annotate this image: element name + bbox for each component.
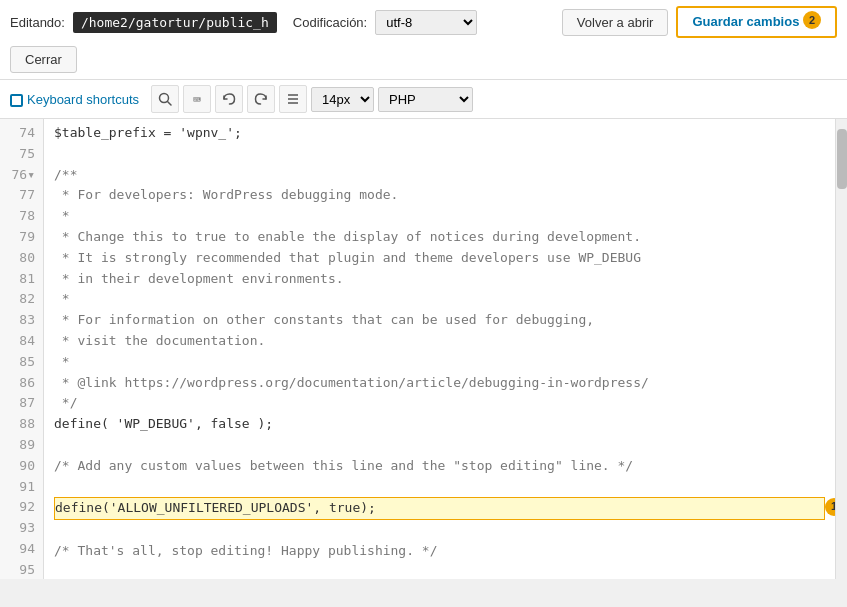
code-line bbox=[54, 562, 825, 579]
line-number: 75 bbox=[8, 144, 35, 165]
line-number: 78 bbox=[8, 206, 35, 227]
code-line: /* Add any custom values between this li… bbox=[54, 456, 825, 477]
code-line: * in their development environments. bbox=[54, 269, 825, 290]
code-line: * It is strongly recommended that plugin… bbox=[54, 248, 825, 269]
undo-icon bbox=[222, 92, 236, 106]
top-bar: Editando: /home2/gatortur/public_h Codif… bbox=[0, 0, 847, 80]
save-badge: 2 bbox=[803, 11, 821, 29]
code-line: */ bbox=[54, 393, 825, 414]
search-icon bbox=[158, 92, 172, 106]
font-size-select[interactable]: 14px 12px 16px 18px bbox=[311, 87, 374, 112]
code-line: * bbox=[54, 206, 825, 227]
encoding-select[interactable]: utf-8 ISO-8859-1 UTF-16 bbox=[375, 10, 477, 35]
indent-icon bbox=[286, 92, 300, 106]
encoding-label: Codificación: bbox=[293, 15, 367, 30]
line-number: 84 bbox=[8, 331, 35, 352]
line-number: 92 bbox=[8, 497, 35, 518]
scrollbar[interactable] bbox=[835, 119, 847, 579]
line-number: 87 bbox=[8, 393, 35, 414]
reopen-button[interactable]: Volver a abrir bbox=[562, 9, 669, 36]
line-number: 74 bbox=[8, 123, 35, 144]
code-line bbox=[54, 477, 825, 498]
redo-button[interactable] bbox=[247, 85, 275, 113]
toolbar: Keyboard shortcuts ⌨ 14px 12px 16px 18px bbox=[0, 80, 847, 119]
save-button[interactable]: Guardar cambios 2 bbox=[676, 6, 837, 38]
line-number: 89 bbox=[8, 435, 35, 456]
code-line bbox=[54, 435, 825, 456]
file-path: /home2/gatortur/public_h bbox=[73, 12, 277, 33]
terminal-icon: ⌨ bbox=[193, 92, 201, 107]
search-button[interactable] bbox=[151, 85, 179, 113]
code-line bbox=[54, 520, 825, 541]
code-line: define( 'WP_DEBUG', false ); bbox=[54, 414, 825, 435]
line-number: 83 bbox=[8, 310, 35, 331]
terminal-button[interactable]: ⌨ bbox=[183, 85, 211, 113]
code-line: /* That's all, stop editing! Happy publi… bbox=[54, 541, 825, 562]
line-number: 76▾ bbox=[8, 165, 35, 186]
code-line: * bbox=[54, 352, 825, 373]
redo-icon bbox=[254, 92, 268, 106]
code-editor[interactable]: $table_prefix = 'wpnv_';/** * For develo… bbox=[44, 119, 835, 579]
line-number: 82 bbox=[8, 289, 35, 310]
code-line: * Change this to true to enable the disp… bbox=[54, 227, 825, 248]
line-number: 88 bbox=[8, 414, 35, 435]
close-button[interactable]: Cerrar bbox=[10, 46, 77, 73]
undo-button[interactable] bbox=[215, 85, 243, 113]
svg-line-1 bbox=[168, 102, 172, 106]
line-number: 81 bbox=[8, 269, 35, 290]
external-link-icon bbox=[10, 94, 23, 107]
keyboard-shortcuts-link[interactable]: Keyboard shortcuts bbox=[10, 92, 139, 107]
code-line: /** bbox=[54, 165, 825, 186]
code-line: $table_prefix = 'wpnv_'; bbox=[54, 123, 825, 144]
line-badge: 1 bbox=[825, 498, 835, 516]
code-line: * For developers: WordPress debugging mo… bbox=[54, 185, 825, 206]
code-line bbox=[54, 144, 825, 165]
line-number: 79 bbox=[8, 227, 35, 248]
line-number: 94 bbox=[8, 539, 35, 560]
code-line: * For information on other constants tha… bbox=[54, 310, 825, 331]
code-line: define('ALLOW_UNFILTERED_UPLOADS', true)… bbox=[54, 497, 825, 520]
line-number: 77 bbox=[8, 185, 35, 206]
line-number: 90 bbox=[8, 456, 35, 477]
line-number: 95 bbox=[8, 560, 35, 579]
scrollbar-thumb[interactable] bbox=[837, 129, 847, 189]
editor-area: 747576▾777879808182838485868788899091929… bbox=[0, 119, 847, 579]
line-numbers: 747576▾777879808182838485868788899091929… bbox=[0, 119, 44, 579]
line-number: 91 bbox=[8, 477, 35, 498]
code-line: * visit the documentation. bbox=[54, 331, 825, 352]
indent-button[interactable] bbox=[279, 85, 307, 113]
code-line: * @link https://wordpress.org/documentat… bbox=[54, 373, 825, 394]
line-number: 93 bbox=[8, 518, 35, 539]
line-number: 85 bbox=[8, 352, 35, 373]
editing-label: Editando: bbox=[10, 15, 65, 30]
line-number: 80 bbox=[8, 248, 35, 269]
code-line: * bbox=[54, 289, 825, 310]
language-select[interactable]: PHP JavaScript HTML CSS bbox=[378, 87, 473, 112]
line-number: 86 bbox=[8, 373, 35, 394]
